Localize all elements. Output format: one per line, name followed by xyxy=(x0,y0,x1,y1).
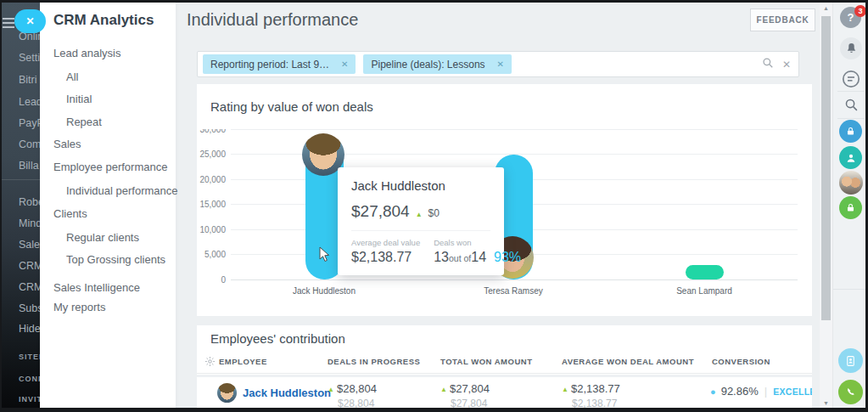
total-won-cell: ▲$27,804 $27,804 xyxy=(440,381,490,409)
filter-chip-label: Pipeline (deals): Lessons xyxy=(371,59,484,71)
sidebar-item[interactable]: Billa xyxy=(19,160,39,172)
hamburger-menu-icon[interactable] xyxy=(3,18,14,28)
padlock-icon xyxy=(845,202,856,213)
user-widget-button[interactable] xyxy=(839,146,862,169)
deals-in-progress-cell: ▲$28,804 $28,804 xyxy=(328,381,377,409)
table-gap xyxy=(197,375,812,377)
nav-item-all[interactable]: All xyxy=(66,71,78,83)
column-header-conversion[interactable]: CONVERSION xyxy=(712,357,770,366)
tooltip-employee-name: Jack Huddleston xyxy=(351,178,490,193)
chart-tooltip: Jack Huddleston $27,804 ▲ $0 Average dea… xyxy=(338,167,504,275)
feedback-button[interactable]: FEEDBACK xyxy=(750,8,815,31)
rail-divider xyxy=(837,118,865,119)
x-axis-label: Jack Huddleston xyxy=(293,286,356,296)
deals-won-percent: 93% xyxy=(494,250,521,264)
nav-item-regular-clients[interactable]: Regular clients xyxy=(66,231,139,244)
crm-analytics-menu-panel: CRM Analytics Lead analysis All Initial … xyxy=(40,0,176,412)
scroll-up-arrow-icon[interactable]: ▲ xyxy=(820,5,832,11)
sidebar-item[interactable]: Mind xyxy=(19,217,42,229)
scroll-down-arrow-icon[interactable]: ▼ xyxy=(820,400,832,406)
avg-deal-value: $2,138.77 xyxy=(351,250,420,265)
row-avatar xyxy=(217,383,237,403)
tasks-widget-button[interactable] xyxy=(838,348,863,373)
grid-settings-gear-icon[interactable] xyxy=(204,355,216,370)
scrollbar-thumb[interactable] xyxy=(821,16,831,320)
sidebar-item[interactable]: Bitri xyxy=(19,74,37,86)
notification-count-badge: 3 xyxy=(854,5,866,17)
nav-item-clients[interactable]: Clients xyxy=(53,207,87,220)
menu-title: CRM Analytics xyxy=(53,12,154,29)
average-won-cell: ▲$2,138.77 $2,138.77 xyxy=(562,381,620,409)
conversion-cell: ●92.86%|EXCELLENT xyxy=(710,385,812,398)
tooltip-delta: $0 xyxy=(428,207,440,219)
column-header-total-won[interactable]: TOTAL WON AMOUNT xyxy=(440,357,532,366)
rating-chart-panel: Rating by value of won deals 30,000 25,0… xyxy=(197,84,812,316)
table-title: Employees' contribution xyxy=(210,331,345,346)
right-widget-rail: ? 3 xyxy=(832,0,868,412)
search-icon[interactable] xyxy=(762,57,774,72)
nav-item-lead-analysis[interactable]: Lead analysis xyxy=(53,47,121,59)
employee-name-link[interactable]: Jack Huddleston xyxy=(243,387,331,399)
deals-won-sep: out of xyxy=(449,253,471,263)
page-title: Individual performance xyxy=(187,10,358,30)
mouse-cursor xyxy=(319,246,330,266)
chat-bubble-icon xyxy=(841,69,861,89)
y-tick-label: 15,000 xyxy=(197,200,226,209)
frame-border xyxy=(0,0,868,3)
tooltip-amount: $27,804 xyxy=(351,202,410,221)
nav-item-top-grossing-clients[interactable]: Top Grossing clients xyxy=(66,253,165,266)
conversion-badge: EXCELLENT xyxy=(773,387,812,397)
sidebar-item[interactable]: Lead xyxy=(19,96,42,108)
deals-won-label: Deals won xyxy=(434,238,521,247)
notifications-bell-button[interactable] xyxy=(840,37,862,59)
padlock-icon xyxy=(845,126,856,137)
filter-search-bar[interactable]: Reporting period: Last 9… ✕ Pipeline (de… xyxy=(197,51,799,77)
nav-item-my-reports[interactable]: My reports xyxy=(53,301,105,313)
up-triangle-icon: ▲ xyxy=(416,211,423,218)
y-tick-label: 25,000 xyxy=(197,150,226,159)
tooltip-avg-deal: Average deal value $2,138.77 xyxy=(351,238,420,265)
search-widget-button[interactable] xyxy=(843,97,859,112)
filter-chip-reporting-period[interactable]: Reporting period: Last 9… ✕ xyxy=(203,54,356,74)
nav-item-employee-performance[interactable]: Employee performance xyxy=(53,161,167,173)
search-icon xyxy=(844,98,859,112)
axis-baseline xyxy=(231,279,798,280)
y-tick-label: 0 xyxy=(197,275,226,285)
column-header-average-won[interactable]: AVERAGE WON DEAL AMOUNT xyxy=(562,357,694,366)
clipped-label-overlay xyxy=(197,123,231,129)
nav-item-initial[interactable]: Initial xyxy=(66,93,92,105)
column-header-deals-in-progress[interactable]: DEALS IN PROGRESS xyxy=(328,357,420,366)
phone-widget-button[interactable] xyxy=(838,380,863,404)
question-mark-icon: ? xyxy=(848,11,854,24)
chat-button[interactable] xyxy=(841,69,861,89)
deals-won-count: 13 xyxy=(434,250,449,264)
nav-item-sales[interactable]: Sales xyxy=(53,138,81,150)
tooltip-deals-won: Deals won 13out of1493% xyxy=(434,238,521,265)
sidebar-footer-item[interactable]: INVIT xyxy=(19,395,42,404)
remove-filter-icon[interactable]: ✕ xyxy=(341,59,348,69)
nav-item-repeat[interactable]: Repeat xyxy=(66,116,102,128)
green-lock-button[interactable] xyxy=(839,196,862,219)
y-tick-label: 20,000 xyxy=(197,175,226,184)
table-header-row: EMPLOYEE DEALS IN PROGRESS TOTAL WON AMO… xyxy=(197,349,812,374)
clear-search-icon[interactable]: ✕ xyxy=(782,59,791,71)
nav-item-individual-performance[interactable]: Individual performance xyxy=(66,184,178,197)
vertical-scrollbar[interactable]: ▲ ▼ xyxy=(820,3,832,409)
sidebar-item[interactable]: Com xyxy=(19,138,41,150)
deals-won-total: 14 xyxy=(471,250,486,264)
phone-icon xyxy=(845,387,857,398)
remove-filter-icon[interactable]: ✕ xyxy=(497,59,504,69)
column-header-employee[interactable]: EMPLOYEE xyxy=(219,357,267,366)
team-avatars-button[interactable] xyxy=(839,171,863,195)
blue-lock-button[interactable] xyxy=(839,120,862,143)
person-icon xyxy=(845,152,857,164)
bar-sean-lampard[interactable] xyxy=(686,265,724,279)
nav-item-sales-intelligence[interactable]: Sales Intelligence xyxy=(53,281,140,294)
up-triangle-icon: ▲ xyxy=(562,386,568,393)
sidebar-item[interactable]: Setti xyxy=(19,52,40,64)
sidebar-item[interactable]: Hide xyxy=(19,323,41,335)
frame-border xyxy=(0,0,2,412)
y-tick-label: 10,000 xyxy=(197,225,226,234)
filter-chip-pipeline[interactable]: Pipeline (deals): Lessons ✕ xyxy=(363,54,511,74)
close-menu-button[interactable]: ✕ xyxy=(14,9,46,33)
